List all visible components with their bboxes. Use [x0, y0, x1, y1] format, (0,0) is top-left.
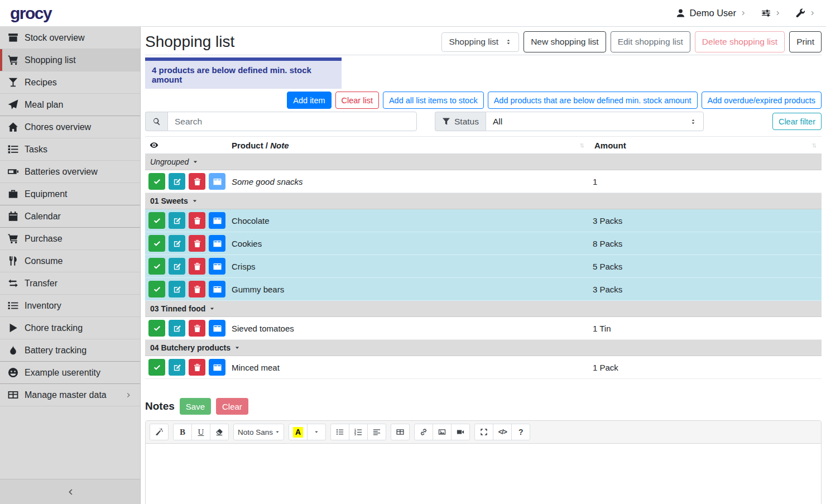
clear-formatting-button[interactable]	[210, 424, 229, 440]
edit-item-button[interactable]	[169, 281, 185, 297]
edit-item-button[interactable]	[169, 212, 185, 229]
add-to-stock-button[interactable]	[209, 173, 225, 190]
delete-item-button[interactable]	[189, 235, 205, 252]
edit-item-button[interactable]	[169, 258, 185, 275]
admin-menu[interactable]	[796, 8, 816, 18]
group-header-tinned-food[interactable]: 03 Tinned food	[145, 301, 822, 317]
mark-done-button[interactable]	[148, 281, 165, 297]
sidebar-collapse-button[interactable]	[0, 479, 140, 504]
sidebar-item-tasks[interactable]: Tasks	[0, 138, 140, 161]
add-to-stock-button[interactable]	[209, 258, 225, 275]
delete-item-button[interactable]	[189, 173, 205, 190]
user-menu[interactable]: Demo User	[676, 8, 747, 18]
sidebar-item-equipment[interactable]: Equipment	[0, 183, 140, 205]
group-header-ungrouped[interactable]: Ungrouped	[145, 154, 822, 170]
caret-down-icon	[192, 198, 198, 204]
item-amount: 3 Packs	[593, 285, 811, 294]
fullscreen-button[interactable]	[474, 424, 493, 440]
sidebar-item-recipes[interactable]: Recipes	[0, 71, 140, 94]
insert-link-button[interactable]	[414, 424, 433, 440]
insert-video-button[interactable]	[451, 424, 470, 440]
sort-icon[interactable]: ↑↓	[579, 141, 593, 149]
add-all-to-stock-button[interactable]: Add all list items to stock	[383, 92, 484, 109]
clear-notes-button[interactable]: Clear	[216, 398, 248, 415]
delete-item-button[interactable]	[189, 212, 205, 229]
mark-done-button[interactable]	[148, 212, 165, 229]
shopping-list-select[interactable]: Shopping list	[441, 32, 519, 52]
sidebar-item-shopping-list[interactable]: Shopping list	[0, 49, 140, 71]
group-header-sweets[interactable]: 01 Sweets	[145, 193, 822, 209]
code-view-button[interactable]: </>	[493, 424, 512, 440]
sidebar-item-inventory[interactable]: Inventory	[0, 295, 140, 317]
mark-done-button[interactable]	[148, 320, 165, 337]
add-below-min-stock-button[interactable]: Add products that are below defined min.…	[488, 92, 698, 109]
mark-done-button[interactable]	[148, 173, 165, 190]
sidebar-item-purchase[interactable]: Purchase	[0, 228, 140, 250]
sidebar-item-calendar[interactable]: Calendar	[0, 205, 140, 228]
sidebar-item-manage-master-data[interactable]: Manage master data	[0, 384, 140, 406]
clear-list-button[interactable]: Clear list	[335, 92, 379, 109]
edit-item-button[interactable]	[169, 359, 185, 376]
sidebar-item-transfer[interactable]: Transfer	[0, 272, 140, 295]
notes-editor-body[interactable]	[146, 444, 821, 504]
search-input[interactable]	[167, 112, 417, 131]
edit-icon	[173, 177, 181, 186]
delete-shopping-list-button[interactable]: Delete shopping list	[695, 31, 785, 52]
font-family-select[interactable]: Noto Sans	[233, 424, 284, 440]
ordered-list-button[interactable]: 123	[349, 424, 368, 440]
help-button[interactable]: ?	[511, 424, 530, 440]
add-to-stock-button[interactable]	[209, 212, 225, 229]
group-header-butchery[interactable]: 04 Butchery products	[145, 340, 822, 356]
column-header-product[interactable]: Product / Note	[230, 141, 579, 150]
text-color-button[interactable]: A	[289, 424, 308, 440]
delete-item-button[interactable]	[189, 258, 205, 275]
column-header-amount[interactable]: Amount	[593, 141, 811, 150]
add-to-stock-button[interactable]	[209, 281, 225, 297]
add-item-button[interactable]: Add item	[287, 92, 331, 109]
sidebar-item-batteries-overview[interactable]: Batteries overview	[0, 161, 140, 183]
delete-item-button[interactable]	[189, 320, 205, 337]
edit-item-button[interactable]	[169, 173, 185, 190]
unordered-list-button[interactable]	[330, 424, 349, 440]
mark-done-button[interactable]	[148, 359, 165, 376]
add-overdue-expired-button[interactable]: Add overdue/expired products	[702, 92, 822, 109]
trash-icon	[193, 262, 201, 271]
add-to-stock-button[interactable]	[209, 359, 225, 376]
updown-icon	[505, 39, 512, 45]
delete-item-button[interactable]	[189, 281, 205, 297]
insert-image-button[interactable]	[433, 424, 452, 440]
status-filter-select[interactable]: All	[486, 112, 704, 131]
text-color-dropdown[interactable]	[307, 424, 326, 440]
sort-icon[interactable]: ↑↓	[811, 141, 822, 149]
item-amount: 5 Packs	[593, 262, 811, 271]
edit-shopping-list-button[interactable]: Edit shopping list	[611, 31, 690, 52]
bold-button[interactable]: B	[173, 424, 192, 440]
edit-item-button[interactable]	[169, 320, 185, 337]
sidebar-item-stock-overview[interactable]: Stock overview	[0, 27, 140, 49]
delete-item-button[interactable]	[189, 359, 205, 376]
edit-item-button[interactable]	[169, 235, 185, 252]
underline-button[interactable]: U	[191, 424, 210, 440]
sidebar-item-meal-plan[interactable]: Meal plan	[0, 94, 140, 116]
sidebar-item-battery-tracking[interactable]: Battery tracking	[0, 339, 140, 362]
shopping-cart-icon	[8, 233, 18, 244]
sidebar-item-chores-overview[interactable]: Chores overview	[0, 116, 140, 138]
style-magic-button[interactable]	[150, 424, 169, 440]
save-notes-button[interactable]: Save	[180, 398, 211, 415]
trash-icon	[193, 324, 201, 333]
mark-done-button[interactable]	[148, 235, 165, 252]
add-to-stock-button[interactable]	[209, 235, 225, 252]
column-visibility-toggle[interactable]	[145, 141, 230, 150]
clear-filter-button[interactable]: Clear filter	[772, 113, 822, 130]
sidebar-item-consume[interactable]: Consume	[0, 250, 140, 272]
print-button[interactable]: Print	[789, 31, 822, 52]
settings-menu[interactable]	[761, 8, 781, 18]
sidebar-item-example-userentity[interactable]: Example userentity	[0, 362, 140, 384]
wrench-icon	[796, 8, 805, 18]
mark-done-button[interactable]	[148, 258, 165, 275]
insert-table-button[interactable]	[391, 424, 410, 440]
add-to-stock-button[interactable]	[209, 320, 225, 337]
paragraph-button[interactable]	[367, 424, 386, 440]
sidebar-item-chore-tracking[interactable]: Chore tracking	[0, 317, 140, 339]
new-shopping-list-button[interactable]: New shopping list	[524, 31, 606, 52]
